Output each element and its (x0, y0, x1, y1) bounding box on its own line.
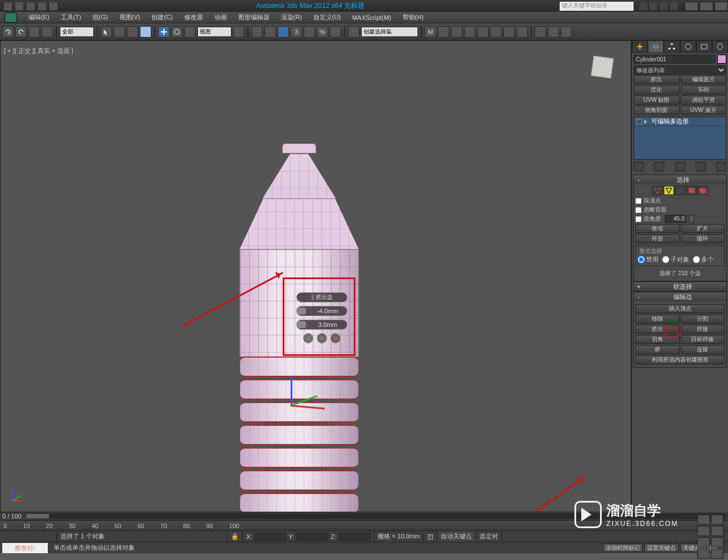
menu-customize[interactable]: 自定义(U) (308, 12, 346, 23)
undo-icon[interactable] (38, 2, 47, 11)
tool-icon[interactable] (650, 2, 657, 10)
shrink-button[interactable]: 收缩 (635, 224, 680, 233)
menu-group[interactable]: 组(G) (87, 12, 114, 23)
ref-coord-dropdown[interactable]: 视图 (197, 27, 231, 37)
connect-button[interactable]: 连接 (681, 345, 725, 354)
z-input[interactable] (338, 533, 370, 541)
curve-editor-button[interactable] (464, 26, 475, 38)
weld-button[interactable]: 焊接 (681, 325, 725, 334)
remove-mod-button[interactable] (696, 162, 706, 171)
maximize-viewport-button[interactable] (697, 549, 710, 559)
unlink-button[interactable] (42, 26, 53, 38)
snaps-toggle-button[interactable] (278, 26, 289, 38)
expand-icon[interactable] (644, 119, 649, 124)
viewcube[interactable] (585, 52, 619, 81)
menu-modifiers[interactable]: 修改器 (179, 12, 209, 23)
viewport[interactable]: [ + ][ 正交 ][ 真实 + 边面 ] ‖ 挤出边 -4.0mm 3.0m… (0, 40, 631, 512)
binoculars-icon[interactable] (639, 2, 647, 10)
by-angle-checkbox[interactable] (635, 216, 642, 222)
create-tab[interactable] (632, 40, 648, 53)
layers-button[interactable] (451, 26, 462, 38)
preset-btn[interactable]: 涡轮平滑 (681, 96, 727, 105)
remove-button[interactable]: 移除 (635, 314, 680, 323)
configure-button[interactable] (716, 162, 726, 171)
autokey-button[interactable]: 自动关键点 (441, 532, 472, 541)
angle-snap-button[interactable]: 3 (291, 26, 302, 38)
element-mode-button[interactable] (698, 186, 708, 195)
add-time-tag-button[interactable]: 添加时间标记 (603, 544, 643, 552)
manip-button[interactable] (251, 26, 263, 38)
rollout-header[interactable]: +软选择 (634, 282, 726, 291)
preview-subobj-radio[interactable] (662, 256, 669, 263)
show-end-button[interactable] (654, 162, 664, 171)
rollout-header[interactable]: -编辑边 (634, 292, 726, 301)
caddy-title[interactable]: ‖ 挤出边 (296, 292, 348, 302)
modifier-list-dropdown[interactable]: 修改器列表 (634, 65, 726, 74)
preset-btn[interactable]: UVW 展开 (681, 106, 727, 115)
close-button[interactable] (714, 2, 728, 11)
extrude-caddy[interactable]: ‖ 挤出边 -4.0mm 3.0mm ✓ + ✕ (296, 292, 348, 343)
scale-button[interactable] (184, 26, 196, 38)
mirror-button[interactable]: M (425, 26, 436, 38)
make-unique-button[interactable] (675, 162, 685, 171)
loop-button[interactable]: 循环 (681, 234, 725, 243)
modify-tab[interactable] (648, 40, 664, 53)
lock-icon[interactable]: 🔒 (228, 531, 243, 542)
menu-grapheditors[interactable]: 图形编辑器 (233, 12, 275, 23)
vertex-mode-button[interactable] (652, 186, 663, 195)
menu-animation[interactable]: 动画 (209, 12, 233, 23)
undo-button[interactable] (2, 26, 14, 38)
teapot2-icon[interactable] (561, 26, 572, 38)
edge-mode-button[interactable] (664, 186, 674, 195)
border-mode-button[interactable] (675, 186, 685, 195)
select-by-name-button[interactable] (114, 26, 125, 38)
pan-button[interactable] (697, 537, 710, 547)
menu-maxscript[interactable]: MAXScript(M) (346, 13, 396, 22)
help-icon[interactable] (670, 2, 678, 10)
edged-button[interactable] (330, 26, 341, 38)
spinner-arrows-icon[interactable] (689, 215, 694, 223)
set-key-button[interactable]: 设置关键点 (644, 544, 679, 552)
motion-tab[interactable] (680, 40, 696, 53)
teapot-icon[interactable] (548, 26, 559, 38)
window-crossing-button[interactable] (140, 26, 151, 38)
ignore-backfacing-checkbox[interactable] (635, 207, 642, 213)
display-tab[interactable] (696, 40, 712, 53)
modifier-stack[interactable]: 可编辑多边形 (634, 117, 726, 160)
bridge-button[interactable]: 桥 (635, 345, 680, 354)
material-editor-button[interactable] (490, 26, 502, 38)
key-icon[interactable]: ⚿ (424, 531, 437, 542)
redo-button[interactable] (15, 26, 27, 38)
grow-button[interactable]: 扩大 (681, 224, 725, 233)
caddy-cancel-button[interactable]: ✕ (330, 333, 341, 343)
menu-edit[interactable]: 编辑(E) (23, 12, 55, 23)
new-icon[interactable] (3, 2, 13, 11)
polygon-mode-button[interactable] (686, 186, 697, 195)
minimize-button[interactable] (685, 2, 698, 11)
preset-btn[interactable]: 车削 (681, 85, 727, 94)
rotate-button[interactable] (171, 26, 183, 38)
render-setup-button[interactable] (503, 26, 515, 38)
move-button[interactable] (158, 26, 169, 38)
axis-z-icon[interactable] (291, 376, 292, 405)
named-selection-dropdown[interactable]: 创建选择集 (361, 27, 418, 37)
star-icon[interactable] (660, 2, 668, 10)
link-button[interactable] (28, 26, 40, 38)
angle-spinner[interactable]: 45.0 (665, 215, 686, 223)
preset-btn[interactable]: UVW 贴图 (634, 96, 680, 105)
hierarchy-tab[interactable] (664, 40, 680, 53)
rect-select-button[interactable] (127, 26, 138, 38)
split-button[interactable]: 分割 (681, 314, 725, 323)
menu-help[interactable]: 帮助(H) (397, 12, 429, 23)
slider-thumb[interactable] (26, 514, 49, 518)
ring-button[interactable]: 环形 (635, 234, 680, 243)
keyboard-shortcut-icon[interactable] (264, 26, 276, 38)
named-button[interactable] (348, 26, 359, 38)
spinner-snap-button[interactable]: % (317, 26, 328, 38)
target-weld-button[interactable]: 目标焊接 (681, 335, 725, 344)
utilities-tab[interactable] (712, 40, 728, 53)
create-shape-button[interactable]: 利用所选内容创建图形 (635, 355, 725, 364)
preset-btn[interactable]: 倒角剖面 (634, 106, 680, 115)
by-vertex-checkbox[interactable] (635, 198, 642, 204)
app-logo-icon[interactable] (5, 13, 17, 23)
